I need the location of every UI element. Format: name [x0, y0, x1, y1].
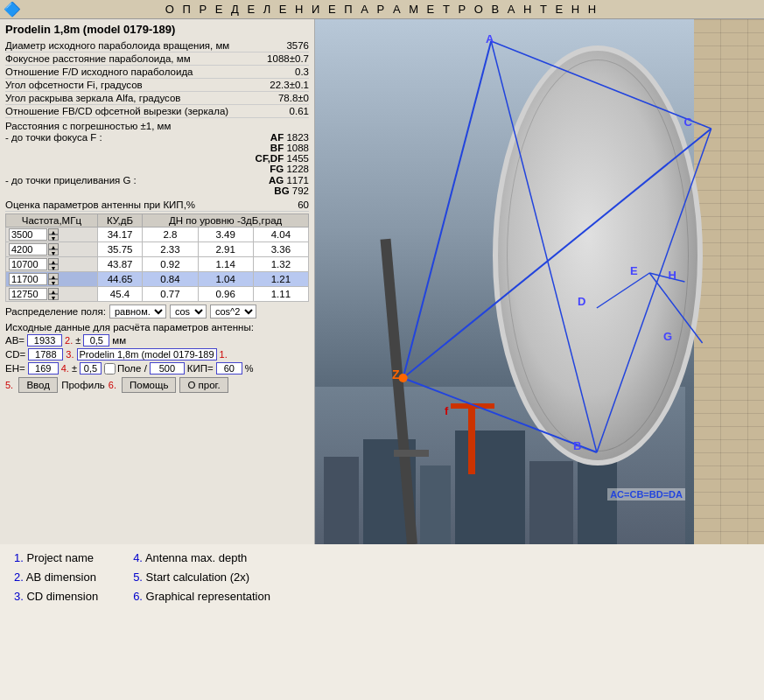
freq-cell: [6, 272, 98, 287]
legend-5: 5. Start calculation (2x): [133, 570, 270, 584]
dist-bf: BF 1088: [256, 143, 309, 153]
freq-input[interactable]: [9, 273, 47, 285]
dn2-cell: 0.96: [198, 287, 253, 302]
distances-section: Расстояния с погрешностью ±1, мм - до то…: [5, 121, 309, 196]
legend-1: 1. Project name: [14, 551, 98, 564]
dist-af: AF 1823: [256, 132, 309, 143]
freq-up-btn[interactable]: [48, 228, 59, 234]
legend-num-4: 4.: [133, 551, 143, 564]
param-label: Диаметр исходного параболоида вращения, …: [5, 40, 283, 51]
ku-col-header: КУ,дБ: [97, 214, 143, 228]
param-value: 3576: [286, 40, 309, 51]
distrib-select-3[interactable]: cos^2: [210, 304, 256, 318]
ab-tol-input[interactable]: [83, 334, 109, 346]
param-value: 78.8±0: [278, 93, 309, 103]
freq-table-row: 43.870.921.141.32: [6, 257, 309, 272]
brick-wall: [694, 19, 764, 544]
point-h-label: H: [669, 269, 676, 282]
dn3-cell: 4.04: [253, 228, 308, 242]
dist-to-f-label: - до точки фокуса F :: [5, 132, 102, 174]
params-section: Диаметр исходного параболоида вращения, …: [5, 39, 309, 118]
percent-sign: %: [245, 363, 254, 374]
dist-cfdf: CF,DF 1455: [256, 153, 309, 164]
ab-input[interactable]: [27, 334, 62, 346]
kip-input[interactable]: [216, 362, 242, 374]
distribution-row: Распределение поля: равном. cos cos^2: [5, 304, 309, 318]
crane-tower: [468, 404, 475, 474]
start-ref: 5.: [5, 380, 13, 390]
legend-text-2: AB dimension: [26, 570, 96, 584]
freq-table-row: 44.650.841.041.21: [6, 272, 309, 287]
point-e-label: E: [630, 264, 638, 277]
freq-up-btn[interactable]: [48, 243, 59, 249]
dn-col-header: ДН по уровню -3дБ,град: [143, 214, 309, 228]
cd-input[interactable]: [28, 348, 63, 360]
freq-col-header: Частота,МГц: [6, 214, 98, 228]
title-bar: 🔷 О П Р Е Д Е Л Е Н И Е П А Р А М Е Т Р …: [0, 0, 764, 19]
dn1-cell: 2.8: [143, 228, 198, 242]
svg-line-0: [403, 41, 492, 378]
kip-header: Оценка параметров антенны при КИП,%: [5, 200, 195, 210]
freq-up-btn[interactable]: [48, 288, 59, 294]
antenna-mount: [394, 450, 429, 457]
action-row: 5. Ввод Профиль 6. Помощь О прог.: [5, 377, 309, 393]
freq-input[interactable]: [9, 228, 47, 241]
freq-table-row: 35.752.332.913.36: [6, 242, 309, 257]
main-area: Prodelin 1,8m (model 0179-189) Диаметр и…: [0, 19, 764, 544]
freq-input[interactable]: [9, 243, 47, 256]
param-value: 0.61: [290, 106, 309, 116]
freq-table-row: 45.40.770.961.11: [6, 287, 309, 302]
freq-down-btn[interactable]: [48, 249, 59, 256]
profile-label: Профиль: [61, 380, 105, 390]
ku-cell: 34.17: [97, 228, 143, 242]
legend-text-5: Start calculation (2x): [146, 570, 250, 584]
param-label: Отношение F/D исходного параболоида: [5, 66, 291, 77]
dish-ellipse: [493, 46, 703, 466]
legend-num-5: 5.: [133, 570, 143, 584]
eh-tol-input[interactable]: [80, 362, 102, 374]
distrib-select-2[interactable]: cos: [170, 304, 207, 318]
freq-down-btn[interactable]: [48, 279, 59, 285]
distrib-select-1[interactable]: равном.: [109, 304, 166, 318]
freq-up-btn[interactable]: [48, 258, 59, 264]
ab-ref: 2.: [65, 335, 73, 346]
freq-down-btn[interactable]: [48, 294, 59, 300]
start-button[interactable]: Ввод: [18, 377, 58, 393]
about-button[interactable]: О прог.: [179, 377, 228, 393]
kip-label-2: КИП=: [187, 363, 214, 374]
param-label: Отношение FB/CD офсетной вырезки (зеркал…: [5, 106, 286, 116]
point-c-label: C: [684, 116, 692, 129]
legend-2: 2. AB dimension: [14, 570, 98, 584]
eh-input[interactable]: [28, 362, 59, 374]
freq-up-btn[interactable]: [48, 273, 59, 279]
freq-input[interactable]: [9, 258, 47, 270]
freq-down-btn[interactable]: [48, 264, 59, 270]
freq-down-btn[interactable]: [48, 234, 59, 241]
kip-assessment-row: Оценка параметров антенны при КИП,% 60: [5, 199, 309, 212]
point-g-label: G: [663, 330, 672, 343]
dn2-cell: 1.14: [198, 257, 253, 272]
param-label: Фокусное расстояние параболоида, мм: [5, 53, 263, 64]
project-name-input[interactable]: [77, 348, 217, 360]
help-button[interactable]: Помощь: [122, 377, 176, 393]
dn1-cell: 0.84: [143, 272, 198, 287]
pole-checkbox[interactable]: [104, 363, 116, 374]
legend-text-6: Graphical representation: [146, 590, 270, 603]
legend-num-3: 3.: [14, 590, 24, 603]
building-3: [420, 466, 451, 544]
crane-arm: [451, 403, 494, 409]
app-title: О П Р Е Д Е Л Е Н И Е П А Р А М Е Т Р О …: [165, 3, 599, 16]
param-row-offset: Угол офсетности Fi, градусов 22.3±0.1: [5, 79, 309, 92]
param-value: 22.3±0.1: [270, 80, 309, 90]
distances-header: Расстояния с погрешностью ±1, мм: [5, 121, 171, 131]
pole-value-input[interactable]: [150, 362, 185, 374]
cd-label: CD=: [5, 349, 25, 360]
param-value: 1088±0.7: [267, 53, 309, 64]
freq-input[interactable]: [9, 288, 47, 300]
pole-checkbox-label: Поле /: [104, 363, 147, 374]
ab-unit: мм: [112, 335, 126, 346]
photo-area: A B C D E H G Z AC=CB=BD=DA f: [315, 19, 764, 544]
point-d-label: D: [578, 295, 585, 308]
legend-num-2: 2.: [14, 570, 24, 584]
cd-row: CD= 3. 1.: [5, 348, 309, 360]
